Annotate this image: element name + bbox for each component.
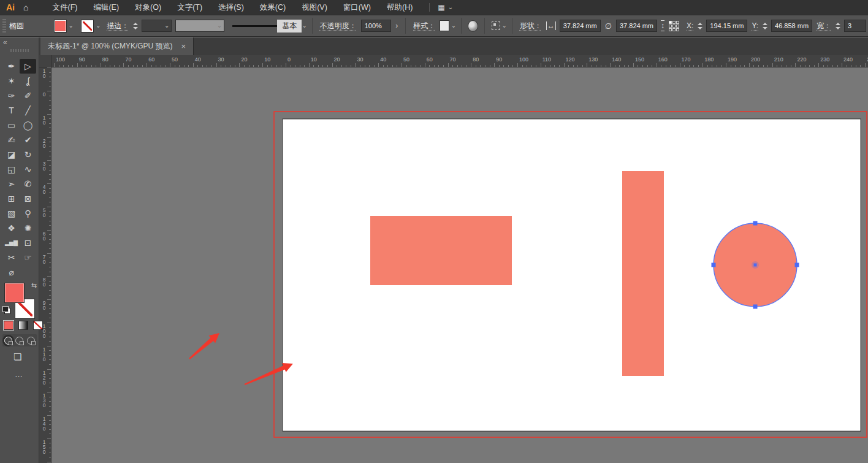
column-graph-tool[interactable]: ▂▅▇	[3, 235, 20, 250]
stroke-color-swatch[interactable]: ⌄	[81, 20, 101, 33]
shape-builder-tool[interactable]: ➣	[3, 177, 20, 191]
perspective-grid-tool[interactable]: ⊞	[3, 191, 20, 206]
shape-width-field[interactable]: 37.824 mm	[560, 20, 601, 32]
color-button[interactable]	[4, 321, 13, 330]
shape-height-field[interactable]: 37.824 mm	[616, 20, 657, 32]
x-stepper[interactable]	[698, 23, 702, 29]
fill-color-swatch[interactable]: ⌄	[54, 20, 74, 33]
eyedropper-tool[interactable]: ⚲	[20, 206, 36, 221]
ruler-tick	[49, 327, 51, 328]
eraser-tool[interactable]: ◪	[3, 147, 20, 162]
draw-inside-button[interactable]	[27, 337, 35, 345]
gradient-button[interactable]	[18, 321, 28, 330]
width-tool[interactable]: ∿	[20, 162, 36, 177]
panel-grip[interactable]	[2, 19, 6, 33]
menu-item-effect[interactable]: 效果(C)	[252, 0, 294, 15]
selection-center-point[interactable]	[754, 264, 757, 267]
draw-normal-button[interactable]	[4, 337, 12, 345]
menu-item-edit[interactable]: 编辑(E)	[85, 0, 127, 15]
selection-handle[interactable]	[795, 263, 799, 267]
menu-item-file[interactable]: 文件(F)	[44, 0, 85, 15]
stroke-weight-select[interactable]: ⌄	[142, 20, 172, 32]
swap-fill-stroke-icon[interactable]: ⇆	[31, 281, 37, 289]
coral-vertical-bar[interactable]	[622, 171, 664, 376]
line-segment-tool[interactable]: ╱	[20, 103, 36, 118]
screen-mode-button[interactable]: ❏	[13, 351, 21, 362]
unlink-dimensions-icon[interactable]: ∅	[605, 21, 612, 31]
menu-item-window[interactable]: 窗口(W)	[335, 0, 379, 15]
y-label[interactable]: Y:	[752, 21, 758, 30]
ruler-corner[interactable]	[39, 55, 51, 67]
edit-toolbar-icon[interactable]: …	[15, 370, 23, 379]
selection-handle[interactable]	[753, 221, 758, 226]
rectangle-tool[interactable]: ▭	[3, 118, 20, 132]
variable-width-profile-select[interactable]: ⌄	[175, 20, 224, 32]
pen-tool[interactable]: ✑	[3, 88, 20, 103]
ruler-tick	[49, 267, 51, 267]
selection-handle[interactable]	[753, 305, 758, 309]
width-stepper[interactable]	[836, 23, 840, 29]
lasso-tool[interactable]: ʆ	[20, 74, 36, 88]
opacity-label[interactable]: 不透明度：	[320, 21, 357, 31]
home-icon[interactable]: ⌂	[23, 2, 28, 12]
stroke-weight-stepper[interactable]	[133, 23, 138, 29]
horizontal-ruler[interactable]: 1009080706050403020100102030405060708090…	[51, 55, 868, 67]
stroke-weight-label[interactable]: 描边：	[107, 21, 129, 31]
ellipse-tool[interactable]: ◯	[20, 118, 36, 132]
menu-item-help[interactable]: 帮助(H)	[379, 0, 421, 15]
shaper-tool[interactable]: ✔	[20, 132, 36, 147]
paintbrush-tool[interactable]: ✍	[3, 132, 20, 147]
gradient-tool[interactable]: ▧	[3, 206, 20, 221]
opacity-field[interactable]: 100%	[361, 20, 392, 32]
menu-item-type[interactable]: 文字(T)	[169, 0, 210, 15]
ruler-label: 50	[172, 56, 178, 63]
workspace-switcher[interactable]: ▦ ⌄	[429, 3, 453, 12]
width-label[interactable]: 宽：	[817, 21, 831, 31]
x-field[interactable]: 194.15 mm	[706, 20, 747, 32]
slice-tool[interactable]: ✂	[3, 250, 20, 265]
draw-behind-button[interactable]	[15, 337, 23, 345]
fill-indicator[interactable]	[4, 283, 25, 303]
reference-point-locator[interactable]	[669, 21, 679, 31]
graphic-style-swatch[interactable]	[440, 20, 449, 31]
tools-panel-grip[interactable]	[10, 49, 29, 52]
mesh-tool[interactable]: ⊠	[20, 191, 36, 206]
y-stepper[interactable]	[763, 23, 767, 29]
canvas-pasteboard[interactable]	[51, 67, 868, 463]
brush-definition-select[interactable]: 基本	[277, 20, 302, 33]
style-label[interactable]: 样式：	[413, 21, 435, 31]
add-anchor-point-tool[interactable]: ✒	[3, 59, 20, 74]
rotate-tool[interactable]: ↻	[20, 147, 36, 162]
ruler-tick	[49, 151, 51, 151]
type-tool[interactable]: T	[3, 103, 20, 118]
illustrator-logo[interactable]: Ai	[6, 2, 15, 12]
selection-handle[interactable]	[712, 263, 716, 267]
menu-item-object[interactable]: 对象(O)	[127, 0, 169, 15]
menu-item-view[interactable]: 视图(V)	[294, 0, 335, 15]
x-label[interactable]: X:	[687, 21, 693, 30]
selection-tool[interactable]: ▷	[20, 59, 36, 74]
none-button[interactable]	[33, 321, 43, 330]
default-fill-stroke-icon[interactable]	[2, 306, 10, 314]
ruler-tick	[522, 65, 523, 67]
live-paint-bucket-tool[interactable]: ✆	[20, 177, 36, 191]
vertical-ruler[interactable]: 1001020304050607080901001101201301401501…	[39, 67, 51, 463]
curvature-tool[interactable]: ✐	[20, 88, 36, 103]
magic-wand-tool[interactable]: ✶	[3, 74, 20, 88]
y-field[interactable]: 46.858 mm	[771, 20, 812, 32]
document-tab[interactable]: 未标题-1* @ 100% (CMYK/GPU 预览) ×	[40, 37, 194, 55]
chevron-right-icon[interactable]: ›	[395, 21, 398, 30]
zoom-tool[interactable]: ⌀	[3, 265, 20, 280]
menu-item-select[interactable]: 选择(S)	[210, 0, 252, 15]
recolor-artwork-icon[interactable]	[468, 20, 478, 32]
hand-tool[interactable]: ☞	[20, 250, 36, 265]
artboard-tool[interactable]: ⊡	[20, 235, 36, 250]
width-field[interactable]: 3	[844, 20, 866, 32]
tab-close-icon[interactable]: ×	[181, 42, 186, 51]
scale-tool[interactable]: ◱	[3, 162, 20, 177]
align-options-icon[interactable]	[492, 21, 500, 30]
coral-rectangle[interactable]	[370, 216, 512, 285]
collapse-panel-icon[interactable]: «	[3, 38, 7, 47]
blend-tool[interactable]: ❖	[3, 221, 20, 235]
symbol-sprayer-tool[interactable]: ✺	[20, 221, 36, 235]
